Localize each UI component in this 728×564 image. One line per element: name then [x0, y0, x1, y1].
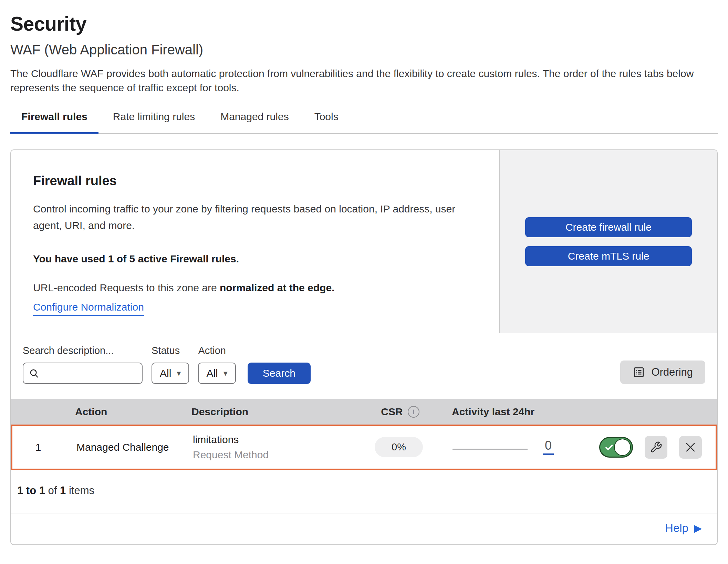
delete-rule-button[interactable]: [679, 436, 702, 459]
create-mtls-rule-button[interactable]: Create mTLS rule: [525, 246, 692, 266]
search-box: [23, 363, 143, 384]
usage-summary: You have used 1 of 5 active Firewall rul…: [33, 253, 477, 265]
chevron-down-icon: ▾: [177, 368, 181, 378]
tab-bar: Firewall rules Rate limiting rules Manag…: [10, 111, 718, 134]
filter-bar: Search description... Status All ▾ Actio…: [11, 333, 717, 399]
close-icon: [684, 441, 697, 454]
info-icon[interactable]: i: [408, 406, 419, 418]
create-firewall-rule-button[interactable]: Create firewall rule: [525, 217, 692, 237]
header-activity: Activity last 24hr: [452, 406, 600, 418]
status-dropdown[interactable]: All ▾: [152, 363, 189, 384]
search-group: Search description...: [23, 345, 143, 384]
check-icon: [604, 442, 614, 452]
card-description: Control incoming traffic to your zone by…: [33, 201, 477, 234]
pagination-range: 1 to 1: [17, 484, 45, 497]
header-csr-label: CSR: [381, 406, 403, 418]
tab-tools[interactable]: Tools: [303, 111, 350, 134]
rule-csr-cell: 0%: [347, 437, 450, 457]
table-row: 1 Managed Challenge limitations Request …: [11, 425, 717, 470]
firewall-rules-card: Firewall rules Control incoming traffic …: [10, 149, 718, 545]
tab-managed-rules[interactable]: Managed rules: [209, 111, 300, 134]
toggle-knob: [614, 439, 631, 456]
status-filter-group: Status All ▾: [152, 345, 189, 384]
configure-normalization-link[interactable]: Configure Normalization: [33, 301, 144, 316]
search-label: Search description...: [23, 345, 143, 356]
header-description: Description: [187, 406, 349, 418]
table-header: Action Description CSR i Activity last 2…: [11, 399, 717, 425]
tab-firewall-rules[interactable]: Firewall rules: [10, 111, 98, 134]
security-waf-page: Security WAF (Web Application Firewall) …: [0, 0, 728, 545]
page-intro: The Cloudflare WAF provides both automat…: [10, 66, 718, 95]
rule-enabled-toggle[interactable]: [599, 437, 633, 458]
action-filter-group: Action All ▾: [198, 345, 236, 384]
card-info: Firewall rules Control incoming traffic …: [11, 150, 499, 333]
rule-match-field: Request Method: [193, 449, 347, 461]
pagination-of-label: of: [48, 484, 57, 497]
rule-description-cell: limitations Request Method: [188, 434, 347, 461]
search-input[interactable]: [43, 367, 136, 379]
rule-priority: 1: [12, 441, 64, 453]
activity-count-link[interactable]: 0: [543, 439, 554, 455]
action-label: Action: [198, 345, 236, 356]
card-heading: Firewall rules: [33, 174, 477, 188]
status-label: Status: [152, 345, 189, 356]
search-button[interactable]: Search: [248, 363, 311, 384]
search-icon: [29, 368, 39, 378]
tab-rate-limiting-rules[interactable]: Rate limiting rules: [102, 111, 206, 134]
normalization-note-bold: normalized at the edge.: [220, 282, 334, 293]
page-subtitle: WAF (Web Application Firewall): [10, 42, 718, 58]
status-dropdown-value: All: [160, 367, 171, 379]
ordering-button[interactable]: Ordering: [620, 361, 705, 384]
rule-description: limitations: [193, 434, 347, 446]
normalization-note-prefix: URL-encoded Requests to this zone are: [33, 282, 217, 293]
help-bar: Help ▶: [11, 513, 717, 544]
action-dropdown-value: All: [206, 367, 218, 379]
ordering-list-icon: [633, 366, 645, 378]
pagination-items-label: items: [69, 484, 94, 497]
chevron-down-icon: ▾: [223, 368, 228, 378]
csr-badge: 0%: [375, 437, 423, 457]
rule-controls: [599, 436, 716, 459]
header-csr: CSR i: [349, 406, 452, 418]
ordering-button-label: Ordering: [651, 366, 693, 378]
pagination-summary: 1 to 1 of 1 items: [11, 470, 717, 513]
card-top-section: Firewall rules Control incoming traffic …: [11, 150, 717, 333]
normalization-note: URL-encoded Requests to this zone are no…: [33, 282, 477, 294]
rule-activity-cell: 0: [450, 439, 599, 455]
header-action: Action: [63, 406, 187, 418]
edit-rule-button[interactable]: [645, 436, 667, 459]
action-dropdown[interactable]: All ▾: [198, 363, 236, 384]
arrow-right-icon: ▶: [694, 523, 702, 533]
rule-action: Managed Challenge: [64, 441, 188, 453]
pagination-total: 1: [60, 484, 66, 497]
page-title: Security: [10, 12, 718, 35]
card-actions-panel: Create firewall rule Create mTLS rule: [499, 150, 717, 333]
help-link[interactable]: Help: [665, 522, 688, 535]
wrench-icon: [650, 441, 662, 453]
activity-sparkline: [453, 449, 528, 450]
